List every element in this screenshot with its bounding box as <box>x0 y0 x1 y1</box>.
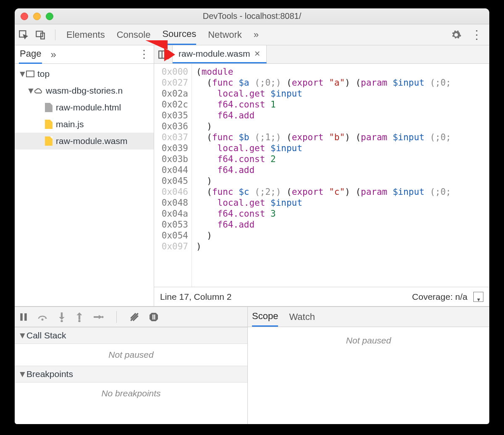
breakpoints-empty: No breakpoints <box>15 383 247 404</box>
cursor-position: Line 17, Column 2 <box>160 292 231 302</box>
file-tree: ▼ top ▼ wasm-dbg-stories.n raw-module.ht… <box>15 64 154 151</box>
sources-content: Page » ⋮ ▼ top ▼ wasm-dbg-stories.n <box>15 45 489 307</box>
debugger-left: ▼ Call Stack Not paused ▼ Breakpoints No… <box>15 307 248 424</box>
svg-rect-1 <box>36 31 42 37</box>
scope-empty: Not paused <box>248 327 489 424</box>
navigator-tab-page[interactable]: Page <box>19 45 42 64</box>
svg-marker-15 <box>76 312 82 315</box>
step-out-icon[interactable] <box>75 312 84 322</box>
tree-label: raw-module.wasm <box>56 136 127 146</box>
settings-gear-icon[interactable] <box>451 29 462 40</box>
svg-marker-24 <box>150 313 158 321</box>
breakpoints-header[interactable]: ▼ Breakpoints <box>15 366 247 383</box>
svg-rect-16 <box>79 315 80 320</box>
window-title: DevTools - localhost:8081/ <box>15 11 489 21</box>
tree-label: main.js <box>56 119 84 129</box>
svg-rect-18 <box>94 316 99 318</box>
tree-label: raw-module.html <box>56 102 121 113</box>
tree-frame-top[interactable]: ▼ top <box>15 66 154 82</box>
navigator-overflow[interactable]: » <box>50 49 56 60</box>
pause-icon[interactable] <box>19 312 28 322</box>
coverage-status: Coverage: n/a <box>412 292 467 302</box>
tabs-overflow[interactable]: » <box>254 24 259 45</box>
navigator-sidebar: Page » ⋮ ▼ top ▼ wasm-dbg-stories.n <box>15 45 154 306</box>
tab-watch[interactable]: Watch <box>289 307 315 327</box>
svg-marker-13 <box>59 317 64 320</box>
gutter[interactable]: 0x0000x0270x02a0x02c0x0350x0360x0370x039… <box>154 64 192 287</box>
step-icon[interactable] <box>93 313 104 321</box>
svg-rect-25 <box>152 314 154 320</box>
disclosure-triangle-icon[interactable]: ▼ <box>26 86 32 96</box>
pause-on-exceptions-icon[interactable] <box>149 312 159 322</box>
step-over-icon[interactable] <box>37 312 48 322</box>
svg-point-20 <box>102 316 104 318</box>
main-toolbar: Elements Console Sources Network » ⋮ <box>15 24 489 45</box>
close-tab-icon[interactable]: ✕ <box>254 49 260 58</box>
editor-tab-label: raw-module.wasm <box>178 49 250 59</box>
debugger-panel: ▼ Call Stack Not paused ▼ Breakpoints No… <box>15 307 489 424</box>
tree-label: wasm-dbg-stories.n <box>46 86 123 96</box>
script-file-icon <box>44 120 53 129</box>
inspect-element-icon[interactable] <box>18 29 29 40</box>
tree-label: top <box>37 69 50 79</box>
tab-elements[interactable]: Elements <box>66 24 105 45</box>
device-toolbar-icon[interactable] <box>35 29 46 40</box>
script-file-icon <box>44 136 53 146</box>
svg-rect-10 <box>24 313 27 321</box>
tab-scope[interactable]: Scope <box>252 307 278 327</box>
deactivate-breakpoints-icon[interactable] <box>129 312 139 322</box>
editor-status-bar: Line 17, Column 2 Coverage: n/a <box>154 287 489 306</box>
tree-file-html[interactable]: raw-module.html <box>15 99 154 116</box>
svg-rect-9 <box>20 313 23 321</box>
tree-file-js[interactable]: main.js <box>15 116 154 133</box>
frame-icon <box>26 69 35 79</box>
editor-column: raw-module.wasm ✕ 0x0000x0270x02a0x02c0x… <box>154 45 489 306</box>
disclosure-triangle-icon[interactable]: ▼ <box>18 369 24 379</box>
scope-tabs: Scope Watch <box>248 307 489 327</box>
breakpoints-label: Breakpoints <box>26 369 73 379</box>
cloud-icon <box>34 86 43 95</box>
editor-tabstrip: raw-module.wasm ✕ <box>154 45 489 64</box>
debugger-toolbar <box>15 307 247 327</box>
call-stack-label: Call Stack <box>26 330 66 341</box>
tab-network[interactable]: Network <box>208 24 242 45</box>
tree-origin[interactable]: ▼ wasm-dbg-stories.n <box>15 82 154 99</box>
tree-file-wasm[interactable]: raw-module.wasm <box>15 133 154 149</box>
svg-rect-12 <box>61 312 63 317</box>
svg-point-14 <box>60 320 63 322</box>
editor-tab-raw-module-wasm[interactable]: raw-module.wasm ✕ <box>173 45 267 63</box>
disclosure-triangle-icon[interactable]: ▼ <box>18 69 24 79</box>
svg-point-11 <box>42 318 44 320</box>
titlebar: DevTools - localhost:8081/ <box>15 8 489 24</box>
code-editor[interactable]: 0x0000x0270x02a0x02c0x0350x0360x0370x039… <box>154 64 489 287</box>
separator <box>55 29 55 40</box>
document-file-icon <box>44 103 53 112</box>
step-into-icon[interactable] <box>58 312 66 322</box>
disclosure-triangle-icon[interactable]: ▼ <box>18 330 24 341</box>
devtools-window: DevTools - localhost:8081/ Elements Cons… <box>15 8 489 424</box>
code-content[interactable]: (module (func $a (;0;) (export "a") (par… <box>192 64 489 287</box>
editor-menu-icon[interactable] <box>473 292 483 302</box>
kebab-menu-icon[interactable]: ⋮ <box>471 28 483 42</box>
call-stack-header[interactable]: ▼ Call Stack <box>15 327 247 344</box>
annotation-arrow-icon <box>146 40 175 66</box>
separator <box>116 311 117 323</box>
debugger-right: Scope Watch Not paused <box>248 307 489 424</box>
call-stack-empty: Not paused <box>15 344 247 366</box>
svg-rect-26 <box>154 314 155 320</box>
svg-point-17 <box>78 320 80 322</box>
navigator-tabs: Page » ⋮ <box>15 45 154 64</box>
